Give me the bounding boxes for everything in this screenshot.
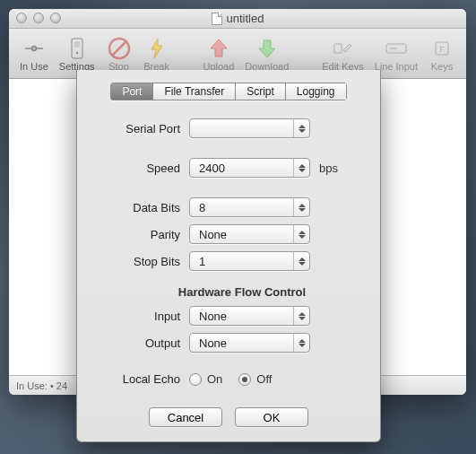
- speed-select[interactable]: 2400: [189, 158, 310, 178]
- cancel-button[interactable]: Cancel: [149, 407, 222, 427]
- document-icon: [212, 13, 222, 25]
- svg-text:F: F: [439, 45, 445, 54]
- ok-button[interactable]: OK: [235, 407, 308, 427]
- hw-flow-title: Hardware Flow Control: [95, 285, 362, 299]
- toolbar-download[interactable]: Download: [239, 34, 294, 74]
- output-label: Output: [95, 336, 189, 350]
- local-echo-off-radio[interactable]: [238, 373, 251, 386]
- stop-bits-select[interactable]: 1: [189, 251, 310, 271]
- chevron-updown-icon: [293, 307, 309, 325]
- window-title: untitled: [227, 12, 264, 25]
- edit-keys-icon: [330, 36, 355, 61]
- toolbar-label: Keys: [431, 61, 453, 72]
- parity-value: None: [199, 228, 227, 241]
- input-value: None: [199, 310, 227, 323]
- data-bits-select[interactable]: 8: [189, 197, 310, 217]
- parity-label: Parity: [95, 228, 189, 241]
- tab-bar: Port File Transfer Script Logging: [110, 83, 346, 100]
- svg-marker-10: [259, 40, 275, 57]
- input-label: Input: [95, 310, 189, 323]
- stop-icon: [107, 36, 132, 61]
- input-select[interactable]: None: [189, 306, 310, 326]
- tab-file-transfer[interactable]: File Transfer: [152, 83, 235, 100]
- parity-select[interactable]: None: [189, 224, 310, 244]
- switch-icon: [65, 36, 90, 61]
- data-bits-label: Data Bits: [95, 201, 189, 214]
- tab-script[interactable]: Script: [235, 83, 285, 100]
- speed-label: Speed: [95, 162, 189, 175]
- svg-point-5: [75, 51, 77, 53]
- svg-marker-9: [211, 39, 227, 57]
- target-icon: [22, 36, 47, 61]
- serial-port-label: Serial Port: [95, 122, 189, 135]
- on-label: On: [207, 372, 222, 386]
- status-text: In Use: • 24: [16, 380, 67, 391]
- download-icon: [255, 36, 280, 61]
- stop-bits-value: 1: [199, 255, 205, 268]
- svg-marker-8: [151, 39, 162, 58]
- chevron-updown-icon: [293, 334, 309, 352]
- settings-sheet: Port File Transfer Script Logging Serial…: [76, 70, 381, 442]
- toolbar-settings[interactable]: Settings: [54, 34, 100, 74]
- speed-unit: bps: [319, 162, 338, 175]
- toolbar-in-use[interactable]: In Use: [14, 34, 54, 74]
- bolt-icon: [144, 36, 169, 61]
- toolbar-break[interactable]: Break: [138, 34, 176, 74]
- tab-logging[interactable]: Logging: [285, 83, 347, 100]
- off-label: Off: [256, 372, 272, 386]
- svg-rect-4: [74, 41, 80, 48]
- minimize-button[interactable]: [33, 13, 44, 23]
- stop-bits-label: Stop Bits: [95, 255, 189, 268]
- toolbar-upload[interactable]: Upload: [197, 34, 239, 74]
- upload-icon: [206, 36, 231, 61]
- line-input-icon: [384, 36, 409, 61]
- svg-line-7: [112, 41, 126, 56]
- speed-value: 2400: [199, 162, 225, 175]
- traffic-lights: [16, 13, 61, 23]
- toolbar-keys[interactable]: F Keys: [423, 34, 461, 74]
- local-echo-on-radio[interactable]: [189, 373, 202, 386]
- titlebar[interactable]: untitled: [9, 9, 466, 29]
- chevron-updown-icon: [293, 252, 309, 270]
- output-value: None: [199, 336, 227, 350]
- output-select[interactable]: None: [189, 333, 310, 353]
- keys-icon: F: [429, 36, 454, 61]
- local-echo-label: Local Echo: [95, 372, 189, 386]
- chevron-updown-icon: [293, 198, 309, 216]
- close-button[interactable]: [16, 13, 27, 23]
- zoom-button[interactable]: [50, 13, 61, 23]
- toolbar-label: In Use: [20, 61, 48, 72]
- chevron-updown-icon: [293, 119, 309, 137]
- data-bits-value: 8: [199, 201, 205, 214]
- svg-rect-11: [334, 44, 342, 53]
- toolbar-line-input[interactable]: Line Input: [369, 34, 423, 74]
- svg-point-2: [31, 46, 36, 50]
- toolbar-stop[interactable]: Stop: [100, 34, 138, 74]
- tab-port[interactable]: Port: [110, 83, 152, 100]
- chevron-updown-icon: [293, 225, 309, 243]
- chevron-updown-icon: [293, 159, 309, 177]
- toolbar-edit-keys[interactable]: Edit Keys: [316, 34, 368, 74]
- serial-port-select[interactable]: [189, 118, 310, 138]
